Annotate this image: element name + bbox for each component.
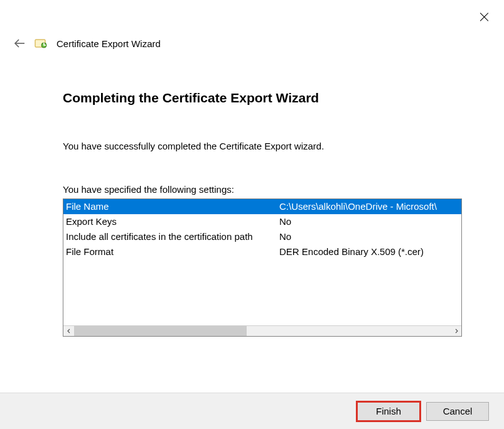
page-heading: Completing the Certificate Export Wizard: [63, 90, 460, 106]
table-row[interactable]: Export Keys No: [63, 214, 461, 229]
horizontal-scrollbar[interactable]: [63, 325, 461, 336]
setting-value: C:\Users\alkohli\OneDrive - Microsoft\: [279, 199, 459, 214]
table-row[interactable]: File Format DER Encoded Binary X.509 (*.…: [63, 244, 461, 259]
settings-table-body[interactable]: File Name C:\Users\alkohli\OneDrive - Mi…: [63, 199, 461, 325]
scroll-left-icon[interactable]: [63, 326, 74, 336]
scrollbar-thumb[interactable]: [74, 326, 247, 336]
close-icon[interactable]: [479, 11, 490, 23]
setting-key: Export Keys: [66, 214, 279, 229]
table-row[interactable]: Include all certificates in the certific…: [63, 229, 461, 244]
setting-key: File Name: [66, 199, 279, 214]
setting-value: No: [279, 229, 459, 244]
cancel-button[interactable]: Cancel: [426, 402, 489, 421]
wizard-footer: Finish Cancel: [0, 393, 504, 429]
scrollbar-track[interactable]: [74, 326, 451, 336]
setting-key: Include all certificates in the certific…: [66, 229, 279, 244]
wizard-content: Completing the Certificate Export Wizard…: [0, 50, 504, 337]
setting-value: No: [279, 214, 459, 229]
table-row[interactable]: File Name C:\Users\alkohli\OneDrive - Mi…: [63, 199, 461, 214]
setting-value: DER Encoded Binary X.509 (*.cer): [279, 244, 459, 259]
setting-key: File Format: [66, 244, 279, 259]
success-message: You have successfully completed the Cert…: [63, 141, 460, 151]
finish-button[interactable]: Finish: [357, 402, 420, 421]
settings-label: You have specified the following setting…: [63, 184, 460, 195]
settings-table: File Name C:\Users\alkohli\OneDrive - Mi…: [63, 198, 462, 337]
scroll-right-icon[interactable]: [451, 326, 461, 336]
certificate-icon: [34, 36, 48, 50]
wizard-header: Certificate Export Wizard: [0, 0, 504, 50]
back-arrow-icon[interactable]: [14, 39, 25, 48]
wizard-title: Certificate Export Wizard: [56, 38, 161, 49]
